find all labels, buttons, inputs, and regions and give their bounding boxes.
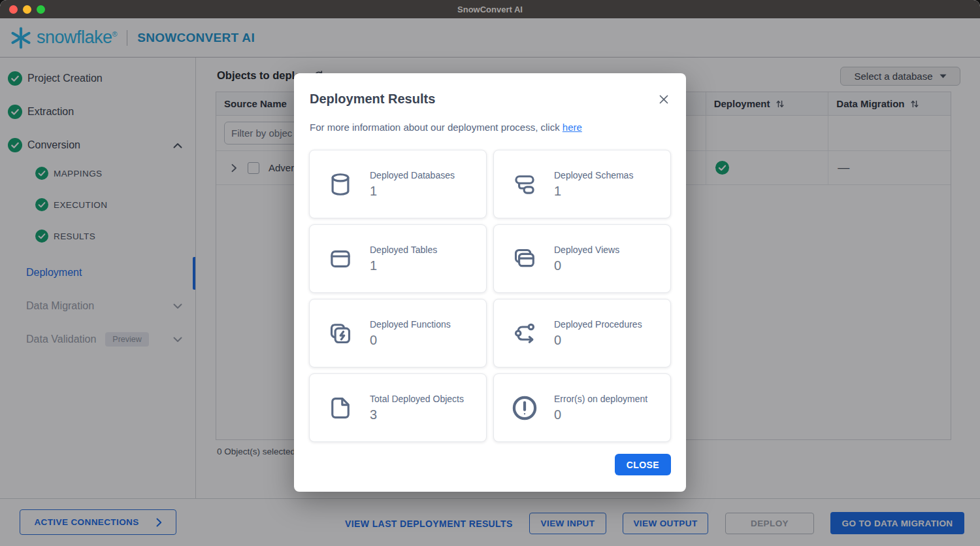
deployment-docs-link[interactable]: here [563,122,582,133]
tables-icon [325,244,355,274]
procedures-icon [510,318,540,349]
macos-titlebar: SnowConvert AI [0,0,980,18]
card-deployed-schemas: Deployed Schemas1 [493,150,671,218]
error-icon [510,393,540,423]
database-icon [325,169,355,199]
card-value: 0 [554,333,642,348]
card-value: 1 [370,258,437,273]
card-value: 0 [370,333,451,348]
modal-title: Deployment Results [310,92,435,107]
modal-description: For more information about our deploymen… [310,122,582,133]
close-modal-button[interactable]: CLOSE [615,454,671,475]
card-value: 3 [370,407,464,422]
card-deployed-views: Deployed Views0 [493,224,671,293]
close-icon[interactable] [659,94,669,105]
card-label: Deployed Views [554,245,619,255]
app-window: SnowConvert AI snowflake® SNOWCONVERT AI [0,0,980,546]
card-label: Total Deployed Objects [370,394,464,404]
card-deployed-databases: Deployed Databases1 [309,150,487,218]
card-total-deployed-objects: Total Deployed Objects3 [309,373,487,442]
views-icon [510,244,540,274]
zoom-window-button[interactable] [37,5,45,14]
window-title: SnowConvert AI [457,5,523,14]
card-label: Deployed Procedures [554,319,642,330]
card-value: 0 [554,407,647,422]
functions-icon [325,318,355,349]
card-value: 1 [554,184,633,199]
card-label: Error(s) on deployment [554,394,647,404]
card-label: Deployed Functions [370,319,451,330]
card-value: 0 [554,258,619,273]
card-deployed-functions: Deployed Functions0 [309,299,487,367]
card-label: Deployed Tables [370,245,437,255]
deployment-stats-grid: Deployed Databases1 Deployed Schemas1 [309,150,671,442]
card-label: Deployed Schemas [554,170,633,180]
card-deployed-procedures: Deployed Procedures0 [493,299,671,367]
document-icon [325,393,355,423]
card-errors-on-deployment: Error(s) on deployment0 [493,373,671,442]
minimize-window-button[interactable] [23,5,31,14]
card-value: 1 [370,184,455,199]
deployment-results-modal: Deployment Results For more information … [294,73,686,492]
close-window-button[interactable] [9,5,18,14]
schemas-icon [510,169,540,199]
card-deployed-tables: Deployed Tables1 [309,224,487,293]
card-label: Deployed Databases [370,170,455,180]
